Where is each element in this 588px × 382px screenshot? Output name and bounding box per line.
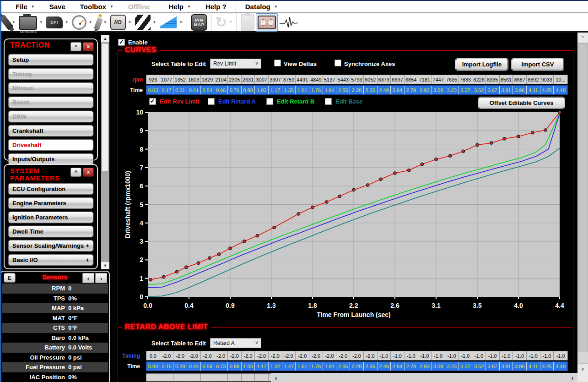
retard-timing-cell[interactable]: -2.0 bbox=[187, 351, 201, 360]
retard-time-cell[interactable]: 3.81 bbox=[500, 362, 513, 371]
retard-timing-cell[interactable]: -1.0 bbox=[513, 351, 527, 360]
curve-point-marker[interactable] bbox=[517, 135, 520, 138]
rpm-cell[interactable]: 8892 bbox=[527, 75, 540, 84]
time-cell[interactable]: 0.88 bbox=[242, 86, 255, 94]
retard-timing-cell[interactable]: -1.0 bbox=[486, 351, 500, 360]
time-cell[interactable]: 4.25 bbox=[540, 86, 554, 94]
partial-cell[interactable] bbox=[242, 374, 255, 381]
time-cell[interactable]: 4.11 bbox=[527, 86, 540, 94]
rpm-cell[interactable]: 10... bbox=[554, 75, 567, 84]
time-cell[interactable]: 0.54 bbox=[201, 86, 215, 94]
retard-timing-cell[interactable]: -2.0 bbox=[309, 351, 323, 360]
curve-point-marker[interactable] bbox=[435, 158, 437, 161]
rpm-cell[interactable]: 3007 bbox=[255, 75, 269, 84]
menu-item-save[interactable]: Save bbox=[42, 1, 73, 12]
rpm-cell[interactable]: 6052 bbox=[364, 75, 378, 84]
retard-time-cell[interactable]: 1.76 bbox=[309, 362, 323, 371]
curve-point-marker[interactable] bbox=[208, 256, 211, 259]
retard-timing-cell[interactable]: -1.0 bbox=[391, 351, 405, 360]
retard-time-cell[interactable]: 3.08 bbox=[432, 362, 445, 371]
partial-cell[interactable] bbox=[173, 374, 187, 381]
time-cell[interactable]: 2.35 bbox=[364, 86, 378, 94]
time-cell[interactable]: 4.40 bbox=[554, 86, 567, 94]
time-cell[interactable]: 3.96 bbox=[513, 86, 527, 94]
time-cell[interactable]: 0.31 bbox=[173, 86, 187, 94]
retard-time-cell[interactable]: 0.59 bbox=[201, 362, 215, 371]
rpm-cell[interactable]: 8226 bbox=[472, 75, 486, 84]
system-button-basic-i-o[interactable]: Basic I/O bbox=[8, 254, 93, 266]
synchronize-axes-checkbox[interactable] bbox=[334, 60, 341, 66]
curve-point-marker[interactable] bbox=[325, 201, 328, 203]
io-toolbar-button[interactable]: I/O bbox=[109, 14, 127, 31]
curve-point-marker[interactable] bbox=[338, 195, 341, 197]
spark-plug-dropdown-arrow-icon[interactable] bbox=[103, 20, 107, 24]
curve-point-marker[interactable] bbox=[462, 150, 464, 153]
rpm-cell[interactable]: 2305 bbox=[228, 75, 242, 84]
retard-timing-cell[interactable]: -2.0 bbox=[228, 351, 242, 360]
retard-time-cell[interactable]: 3.96 bbox=[513, 362, 527, 371]
rpm-cell[interactable]: 5137 bbox=[323, 75, 337, 84]
system-parameters-minimize-button[interactable] bbox=[70, 168, 81, 177]
retard-time-cell[interactable]: 1.61 bbox=[296, 362, 309, 371]
system-parameters-close-button[interactable] bbox=[83, 168, 94, 177]
curve-point-marker[interactable] bbox=[162, 275, 165, 278]
time-cell[interactable]: 1.35 bbox=[282, 86, 296, 94]
curve-point-marker[interactable] bbox=[408, 169, 410, 172]
retard-timing-cell[interactable]: -1.0 bbox=[378, 351, 391, 360]
rpm-cell[interactable]: 3307 bbox=[269, 75, 282, 84]
retard-timing-cell[interactable]: -1.0 bbox=[405, 351, 418, 360]
curve-point-marker[interactable] bbox=[297, 213, 300, 215]
rpm-cell[interactable]: 4849 bbox=[309, 75, 323, 84]
retard-time-cell[interactable]: 0.00 bbox=[146, 362, 160, 371]
time-cell[interactable]: 3.08 bbox=[432, 86, 445, 94]
partial-cell[interactable] bbox=[214, 374, 228, 381]
time-cell[interactable]: 3.52 bbox=[472, 86, 486, 94]
traction-button-inputs-outputs[interactable]: Inputs/Outputs bbox=[8, 153, 93, 165]
edit-check-edit-retard-b-checkbox[interactable] bbox=[266, 98, 273, 105]
time-cell[interactable]: 0.03 bbox=[146, 86, 160, 94]
retard-time-cell[interactable]: 0.15 bbox=[160, 362, 174, 371]
fuel-injector-toolbar-button[interactable] bbox=[2, 14, 11, 31]
curve-point-marker[interactable] bbox=[243, 240, 246, 243]
io-dropdown-arrow-icon[interactable] bbox=[128, 20, 132, 24]
enable-checkbox[interactable] bbox=[118, 39, 125, 46]
partial-cell[interactable] bbox=[255, 374, 269, 381]
spark-plug-toolbar-button[interactable] bbox=[94, 14, 102, 31]
time-cell[interactable]: 1.03 bbox=[255, 86, 269, 94]
system-button-closed-loop-learn[interactable]: Closed Loop/Learn bbox=[8, 268, 93, 269]
rpm-cell[interactable]: 7447 bbox=[432, 75, 445, 84]
rpm-cell[interactable]: 1077 bbox=[160, 75, 174, 84]
vertical-scrollbar-thumb[interactable] bbox=[578, 43, 588, 352]
rpm-cell[interactable]: 2631 bbox=[242, 75, 255, 84]
retard-timing-cell[interactable]: -2.0 bbox=[255, 351, 269, 360]
curve-point-marker[interactable] bbox=[185, 266, 188, 268]
rpm-cell[interactable]: 9033 bbox=[540, 75, 554, 84]
retard-time-cell[interactable]: 2.20 bbox=[350, 362, 364, 371]
partial-cell[interactable] bbox=[160, 374, 174, 381]
retard-time-cell[interactable]: 2.64 bbox=[391, 362, 405, 371]
retard-timing-cell[interactable]: -1.0 bbox=[472, 351, 486, 360]
retard-timing-cell[interactable]: -2.0 bbox=[160, 351, 174, 360]
fuel-map-toolbar-button[interactable] bbox=[158, 14, 178, 31]
scroll-up-icon[interactable] bbox=[577, 33, 588, 43]
retard-timing-cell[interactable]: -2.0 bbox=[269, 351, 282, 360]
retard-timing-cell[interactable]: 0.0 bbox=[146, 351, 160, 360]
curve-point-marker[interactable] bbox=[503, 137, 506, 140]
system-button-engine-parameters[interactable]: Engine Parameters bbox=[8, 197, 93, 209]
retard-time-cell[interactable]: 2.79 bbox=[405, 362, 418, 371]
efi-dropdown-arrow-icon[interactable] bbox=[65, 20, 69, 24]
curve-point-marker[interactable] bbox=[531, 131, 534, 134]
retard-time-cell[interactable]: 3.67 bbox=[486, 362, 500, 371]
import-logfile-button[interactable]: Import Logfile bbox=[456, 59, 508, 70]
retard-time-cell[interactable]: 2.49 bbox=[378, 362, 391, 371]
scroll-down-icon[interactable] bbox=[577, 363, 588, 374]
traction-button-crankshaft[interactable]: Crankshaft bbox=[8, 125, 93, 136]
retard-timing-cell[interactable]: -2.0 bbox=[201, 351, 215, 360]
rpm-cell[interactable]: 1352 bbox=[173, 75, 187, 84]
time-cell[interactable]: 1.17 bbox=[269, 86, 282, 94]
curves-table-select[interactable]: Rev Limit bbox=[210, 59, 261, 69]
sidebar-scrollbar[interactable] bbox=[101, 35, 109, 269]
curve-point-marker[interactable] bbox=[367, 184, 369, 186]
curve-point-marker[interactable] bbox=[449, 154, 452, 157]
sensors-toolbar-button[interactable]: SENSORS bbox=[17, 14, 38, 31]
